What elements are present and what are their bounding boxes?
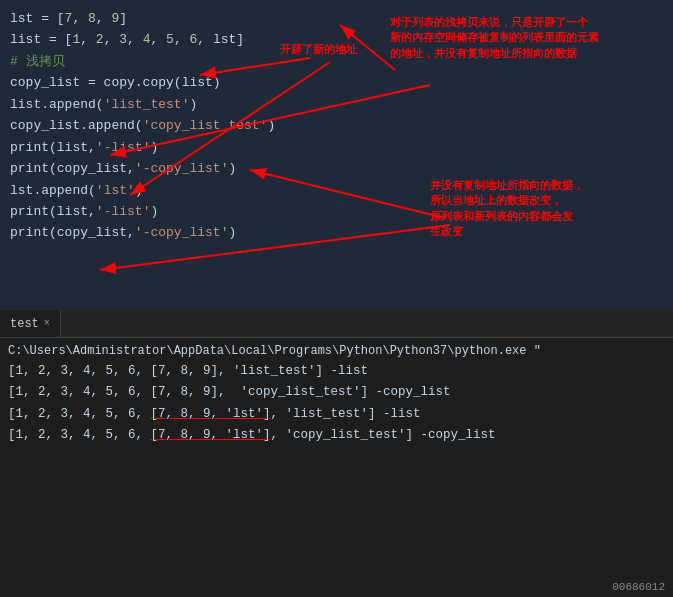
tab-close-icon[interactable]: × bbox=[44, 318, 50, 329]
code-line-6: copy_list.append('copy_list_test') bbox=[10, 115, 663, 136]
code-line-9: lst.append('lst') bbox=[10, 180, 663, 201]
tab-test[interactable]: test × bbox=[0, 310, 61, 337]
code-line-5: list.append('list_test') bbox=[10, 94, 663, 115]
terminal-output-4: [1, 2, 3, 4, 5, 6, [7, 8, 9, 'lst'], 'co… bbox=[8, 425, 665, 446]
terminal-area: C:\Users\Administrator\AppData\Local\Pro… bbox=[0, 338, 673, 597]
code-line-3: # 浅拷贝 bbox=[10, 51, 663, 72]
terminal-output-3: [1, 2, 3, 4, 5, 6, [7, 8, 9, 'lst'], 'li… bbox=[8, 404, 665, 425]
watermark: 00686012 bbox=[612, 581, 665, 593]
terminal-output-1: [1, 2, 3, 4, 5, 6, [7, 8, 9], 'list_test… bbox=[8, 361, 665, 382]
code-line-7: print(list,'-list') bbox=[10, 137, 663, 158]
code-line-4: copy_list = copy.copy(list) bbox=[10, 72, 663, 93]
underlined-2: [7, 8, 9, 'lst'] bbox=[151, 428, 271, 442]
tab-bar: test × bbox=[0, 310, 673, 338]
tab-test-label: test bbox=[10, 317, 39, 331]
code-line-2: list = [1, 2, 3, 4, 5, 6, lst] bbox=[10, 29, 663, 50]
code-lines: lst = [7, 8, 9] list = [1, 2, 3, 4, 5, 6… bbox=[10, 8, 663, 244]
code-area: lst = [7, 8, 9] list = [1, 2, 3, 4, 5, 6… bbox=[0, 0, 673, 310]
underlined-1: [7, 8, 9, 'lst'] bbox=[151, 407, 271, 421]
terminal-path: C:\Users\Administrator\AppData\Local\Pro… bbox=[8, 342, 665, 361]
code-line-1: lst = [7, 8, 9] bbox=[10, 8, 663, 29]
code-line-8: print(copy_list,'-copy_list') bbox=[10, 158, 663, 179]
code-line-11: print(copy_list,'-copy_list') bbox=[10, 222, 663, 243]
terminal-output-2: [1, 2, 3, 4, 5, 6, [7, 8, 9], 'copy_list… bbox=[8, 382, 665, 403]
main-container: lst = [7, 8, 9] list = [1, 2, 3, 4, 5, 6… bbox=[0, 0, 673, 597]
code-line-10: print(list,'-list') bbox=[10, 201, 663, 222]
